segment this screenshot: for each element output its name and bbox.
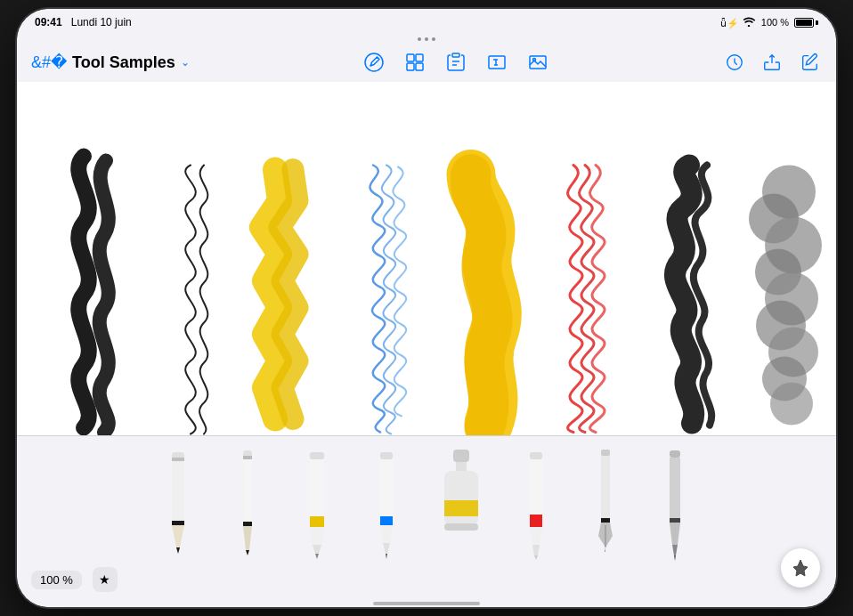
svg-rect-5 xyxy=(452,53,459,57)
svg-rect-1 xyxy=(407,54,414,61)
svg-marker-52 xyxy=(532,545,540,555)
tool-nibpen[interactable] xyxy=(574,445,637,561)
svg-rect-50 xyxy=(530,515,542,527)
back-chevron-icon: &#� xyxy=(31,54,67,70)
pencil-circle-icon[interactable] xyxy=(362,50,386,75)
svg-rect-33 xyxy=(310,516,324,527)
svg-rect-44 xyxy=(456,462,467,471)
status-bar: 09:41 Lundi 10 juin ǖ⚡ 100 % xyxy=(17,9,836,34)
tool-marker-yellow[interactable] xyxy=(286,445,348,561)
stroke-calligraphy xyxy=(675,166,711,426)
svg-marker-64 xyxy=(672,545,678,555)
browser-grid-icon[interactable] xyxy=(402,50,427,75)
stroke-yellow-marker xyxy=(262,170,297,419)
svg-rect-43 xyxy=(453,450,469,462)
svg-rect-56 xyxy=(601,518,610,523)
svg-marker-40 xyxy=(380,525,393,543)
svg-marker-35 xyxy=(313,545,321,554)
canvas-area[interactable] xyxy=(17,82,836,435)
svg-rect-21 xyxy=(172,461,184,528)
svg-rect-54 xyxy=(601,450,610,456)
edit-icon[interactable] xyxy=(797,50,822,75)
svg-marker-53 xyxy=(534,555,538,560)
svg-marker-42 xyxy=(386,554,387,559)
nav-center-icons xyxy=(362,50,550,75)
svg-marker-36 xyxy=(315,554,319,559)
svg-rect-46 xyxy=(444,500,478,516)
main-content: 100 % ★ xyxy=(17,82,836,607)
battery-indicator xyxy=(794,18,818,28)
tools-row xyxy=(17,436,836,561)
zoom-badge[interactable]: 100 % xyxy=(31,571,82,589)
svg-rect-20 xyxy=(172,458,184,461)
stroke-smoke xyxy=(749,166,822,426)
stroke-red-crayon xyxy=(568,166,605,433)
image-frame-icon[interactable] xyxy=(525,50,550,75)
svg-point-18 xyxy=(770,383,813,426)
stroke-yellow-blob xyxy=(470,174,497,428)
stroke-snake xyxy=(78,157,109,433)
svg-rect-6 xyxy=(489,56,505,69)
stroke-loops xyxy=(185,166,207,434)
svg-rect-28 xyxy=(243,522,252,526)
svg-point-0 xyxy=(365,53,383,71)
svg-rect-37 xyxy=(380,452,393,459)
svg-rect-31 xyxy=(310,452,324,459)
tool-paint[interactable] xyxy=(425,445,498,561)
nav-bar: &#� Tool Samples ⌄ xyxy=(17,43,836,82)
svg-marker-51 xyxy=(530,527,542,545)
pen-tip-button[interactable] xyxy=(781,548,820,588)
status-date: Lundi 10 juin xyxy=(71,16,132,28)
favorite-button[interactable]: ★ xyxy=(93,567,118,592)
three-dots-bar xyxy=(17,34,836,43)
status-time: 09:41 xyxy=(35,16,62,28)
svg-rect-32 xyxy=(310,459,324,523)
tool-felt-blue[interactable] xyxy=(355,445,418,561)
svg-rect-62 xyxy=(670,518,680,523)
svg-rect-3 xyxy=(407,63,414,70)
svg-marker-29 xyxy=(243,526,252,550)
bottom-bar: 100 % ★ xyxy=(17,561,836,600)
svg-rect-38 xyxy=(380,459,393,523)
svg-rect-4 xyxy=(416,63,423,70)
screen: 09:41 Lundi 10 juin ǖ⚡ 100 % & xyxy=(17,9,836,607)
nav-right-icons xyxy=(722,50,822,75)
clipboard-icon[interactable] xyxy=(443,50,468,75)
canvas-svg xyxy=(17,82,836,435)
svg-rect-26 xyxy=(243,456,252,459)
nav-left: &#� Tool Samples ⌄ xyxy=(31,53,190,72)
svg-marker-30 xyxy=(246,550,249,555)
svg-rect-27 xyxy=(243,459,252,529)
tool-crayon-red[interactable] xyxy=(505,445,567,561)
clock-icon[interactable] xyxy=(722,50,747,75)
svg-marker-65 xyxy=(674,555,676,561)
bottom-left: 100 % ★ xyxy=(31,567,118,592)
home-indicator xyxy=(17,600,836,607)
svg-rect-55 xyxy=(601,456,610,525)
svg-rect-60 xyxy=(670,450,680,458)
wifi-icon: ǖ⚡ xyxy=(720,16,756,29)
svg-marker-63 xyxy=(670,523,680,545)
battery-label: 100 % xyxy=(761,17,789,28)
page-title: Tool Samples xyxy=(72,53,175,72)
svg-marker-34 xyxy=(310,527,324,545)
back-button[interactable]: &#� xyxy=(31,54,67,70)
svg-marker-24 xyxy=(176,547,180,554)
stroke-blue-scribble xyxy=(370,166,406,434)
svg-rect-61 xyxy=(670,458,680,525)
device-frame: 09:41 Lundi 10 juin ǖ⚡ 100 % & xyxy=(17,9,836,607)
tools-panel: 100 % ★ xyxy=(17,435,836,600)
svg-rect-2 xyxy=(416,54,423,61)
svg-rect-47 xyxy=(444,523,478,531)
tool-brush[interactable] xyxy=(644,445,706,561)
svg-marker-41 xyxy=(383,543,390,554)
svg-rect-45 xyxy=(444,471,478,526)
dropdown-icon[interactable]: ⌄ xyxy=(181,56,190,69)
svg-rect-39 xyxy=(380,516,393,525)
tool-finepen[interactable] xyxy=(216,445,279,561)
tool-pencil[interactable] xyxy=(147,445,209,561)
text-box-icon[interactable] xyxy=(484,50,509,75)
svg-rect-22 xyxy=(172,521,184,525)
svg-marker-23 xyxy=(172,525,184,547)
share-icon[interactable] xyxy=(760,50,784,75)
